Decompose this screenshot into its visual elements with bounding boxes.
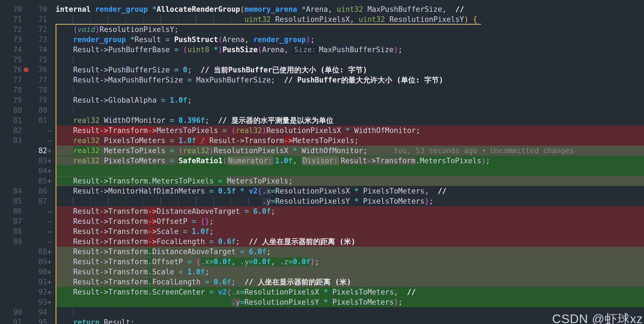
code-content[interactable]: Result->Transform->Scale = 1.0f;	[56, 226, 644, 236]
code-content[interactable]: real32 MetersToPixels = (real32)Resoluti…	[56, 146, 644, 156]
code-content[interactable]: Result->MonitorHalfDimInMeters = 0.5f * …	[56, 186, 644, 196]
code-line[interactable]: 9195 return Result;	[0, 317, 644, 324]
gutter[interactable]: 7575	[0, 55, 56, 65]
gutter[interactable]: 7070	[0, 4, 56, 14]
gutter[interactable]: 89+	[0, 257, 56, 267]
code-line[interactable]: 7676 Result->PushBufferSize = 0; // 当前Pu…	[0, 65, 644, 75]
code-content[interactable]: Result->PushBufferBase = (uint8 *)PushSi…	[56, 45, 644, 55]
code-token: MaxPushBufferSize	[319, 45, 394, 54]
gutter[interactable]: 92+	[0, 287, 56, 297]
gutter[interactable]: 84+	[0, 166, 56, 176]
code-content[interactable]: .y=ResolutionPixelsY * PixelsToMeters};	[56, 196, 644, 206]
code-content[interactable]	[56, 85, 644, 95]
gutter[interactable]: 7272	[0, 24, 56, 35]
code-content[interactable]: Result->Transform.FocalLength = 0.6f; //…	[56, 277, 644, 287]
breakpoint-dot[interactable]	[24, 67, 29, 72]
code-content[interactable]: Result->Transform->OffsetP = {};	[56, 216, 644, 226]
gutter[interactable]: 7676	[0, 65, 56, 75]
code-line[interactable]: 8181 real32 WidthOfMonitor = 0.396f; // …	[0, 115, 644, 125]
code-line[interactable]: 89+ Result->Transform.OffsetP = {.x=0.0f…	[0, 257, 644, 267]
gutter[interactable]: 9094	[0, 307, 56, 317]
code-content[interactable]: .y=ResolutionPixelsY * PixelsToMeters};	[56, 297, 644, 307]
gutter[interactable]: 7777	[0, 75, 56, 85]
gutter[interactable]: 89–	[0, 236, 56, 247]
gutter[interactable]: 7373	[0, 35, 56, 45]
gutter[interactable]: 83–	[0, 135, 56, 146]
code-line[interactable]: 82+ real32 MetersToPixels = (real32)Reso…	[0, 146, 644, 156]
gutter[interactable]: 87–	[0, 216, 56, 226]
code-line[interactable]: 83– real32 PixelsToMeters = 1.0f / Resul…	[0, 135, 644, 146]
code-content[interactable]	[56, 166, 644, 176]
code-line[interactable]: 87– Result->Transform->OffsetP = {};	[0, 216, 644, 226]
gutter[interactable]: 7979	[0, 95, 56, 105]
code-content[interactable]: Result->Transform.MetersToPixels = Meter…	[56, 176, 644, 186]
code-content[interactable]: (void)ResolutionPixelsY;	[56, 24, 644, 35]
code-token: Result->MonitorHalfDimInMeters	[73, 187, 209, 195]
code-content[interactable]	[56, 55, 644, 65]
gutter[interactable]: 83+	[0, 156, 56, 166]
code-line[interactable]: 7979 Result->GlobalAlpha = 1.0f;	[0, 95, 644, 105]
code-line[interactable]: 82– Result->Transform->MetersToPixels = …	[0, 125, 644, 135]
code-token: =	[170, 146, 174, 155]
code-line[interactable]: 90+ Result->Transform.Scale = 1.0f;	[0, 267, 644, 277]
code-line[interactable]: 85+ Result->Transform.MetersToPixels = M…	[0, 176, 644, 186]
code-content[interactable]: Result->Transform.OffsetP = {.x=0.0f, .y…	[56, 257, 644, 267]
code-line[interactable]: 88+ Result->Transform.DistanceAboveTarge…	[0, 247, 644, 257]
code-token: .	[148, 247, 152, 256]
gutter[interactable]: 8587	[0, 196, 56, 206]
code-line[interactable]: 92+ Result->Transform.ScreenCenter = v2{…	[0, 287, 644, 297]
code-line[interactable]: 83+ real32 PixelsToMeters = SafeRatio1(N…	[0, 156, 644, 166]
gutter[interactable]: 88+	[0, 247, 56, 257]
code-line[interactable]: 7171 uint32 ResolutionPixelsX, uint32 Re…	[0, 14, 644, 24]
code-line[interactable]: 7575	[0, 55, 644, 65]
code-line[interactable]: 8080	[0, 105, 644, 115]
code-line[interactable]: 86– Result->Transform->DistanceAboveTarg…	[0, 206, 644, 216]
gutter[interactable]: 7878	[0, 85, 56, 95]
code-content[interactable]: Result->MaxPushBufferSize = MaxPushBuffe…	[56, 75, 644, 85]
code-content[interactable]: real32 PixelsToMeters = SafeRatio1(Numer…	[56, 156, 644, 166]
code-line[interactable]: 7777 Result->MaxPushBufferSize = MaxPush…	[0, 75, 644, 85]
code-content[interactable]: Result->Transform->FocalLength = 0.6f; /…	[56, 236, 644, 247]
code-line[interactable]: 88– Result->Transform->Scale = 1.0f;	[0, 226, 644, 236]
code-content[interactable]: Result->PushBufferSize = 0; // 当前PushBuf…	[56, 65, 644, 75]
gutter[interactable]: 93+	[0, 297, 56, 307]
code-content[interactable]: Result->Transform.DistanceAboveTarget = …	[56, 247, 644, 257]
code-content[interactable]: Result->GlobalAlpha = 1.0f;	[56, 95, 644, 105]
code-content[interactable]: render_group *Result = PushStruct(Arena,…	[56, 35, 644, 45]
code-line[interactable]: 7373 render_group *Result = PushStruct(A…	[0, 35, 644, 45]
code-content[interactable]: Result->Transform.Scale = 1.0f;	[56, 267, 644, 277]
code-line[interactable]: 8587 .y=ResolutionPixelsY * PixelsToMete…	[0, 196, 644, 206]
code-content[interactable]: real32 WidthOfMonitor = 0.396f; // 显示器的水…	[56, 115, 644, 125]
code-line[interactable]: 84+	[0, 166, 644, 176]
code-content[interactable]	[56, 105, 644, 115]
gutter[interactable]: 7171	[0, 14, 56, 24]
code-line[interactable]: 91+ Result->Transform.FocalLength = 0.6f…	[0, 277, 644, 287]
gutter[interactable]: 82–	[0, 125, 56, 135]
gutter[interactable]: 88–	[0, 226, 56, 236]
gutter[interactable]: 9195	[0, 317, 56, 324]
code-line[interactable]: 93+ .y=ResolutionPixelsY * PixelsToMeter…	[0, 297, 644, 307]
code-line[interactable]: 89– Result->Transform->FocalLength = 0.6…	[0, 236, 644, 247]
gutter[interactable]: 7474	[0, 45, 56, 55]
code-content[interactable]: uint32 ResolutionPixelsX, uint32 Resolut…	[56, 14, 644, 24]
gutter[interactable]: 8181	[0, 115, 56, 125]
code-content[interactable]: internal render_group *AllocateRenderGro…	[56, 4, 644, 14]
code-content[interactable]: Result->Transform->DistanceAboveTarget =…	[56, 206, 644, 216]
code-line[interactable]: 9094	[0, 307, 644, 317]
code-token: )	[218, 45, 223, 54]
gutter[interactable]: 86–	[0, 206, 56, 216]
gutter[interactable]: 90+	[0, 267, 56, 277]
code-line[interactable]: 7070internal render_group *AllocateRende…	[0, 4, 644, 14]
gutter[interactable]: 8080	[0, 105, 56, 115]
gutter[interactable]: 85+	[0, 176, 56, 186]
code-content[interactable]: Result->Transform.ScreenCenter = v2{.x=R…	[56, 287, 644, 297]
gutter[interactable]: 8486	[0, 186, 56, 196]
code-line[interactable]: 8486 Result->MonitorHalfDimInMeters = 0.…	[0, 186, 644, 196]
code-line[interactable]: 7272 (void)ResolutionPixelsY;	[0, 24, 644, 35]
gutter[interactable]: 82+	[0, 146, 56, 156]
code-line[interactable]: 7474 Result->PushBufferBase = (uint8 *)P…	[0, 45, 644, 55]
code-content[interactable]: Result->Transform->MetersToPixels = (rea…	[56, 125, 644, 135]
gutter[interactable]: 91+	[0, 277, 56, 287]
code-line[interactable]: 7878	[0, 85, 644, 95]
code-content[interactable]: real32 PixelsToMeters = 1.0f / Result->T…	[56, 135, 644, 146]
